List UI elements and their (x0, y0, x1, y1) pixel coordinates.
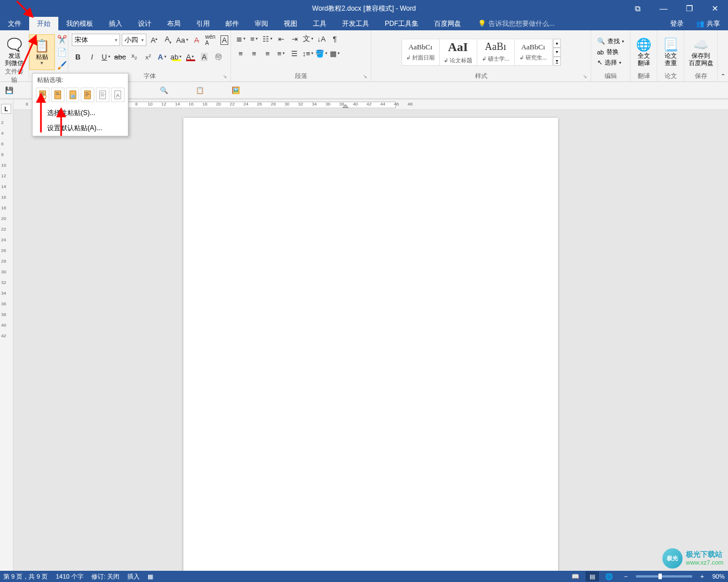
login-button[interactable]: 登录 (666, 19, 688, 29)
tab-view[interactable]: 视图 (276, 17, 305, 30)
tab-references[interactable]: 引用 (188, 17, 218, 30)
superscript-button[interactable]: X2 (142, 51, 154, 63)
show-marks-button[interactable]: ¶ (329, 33, 341, 45)
subscript-button[interactable]: X2 (128, 51, 140, 63)
paper-check-button[interactable]: 📃 论文查重 (658, 34, 684, 70)
close-button[interactable]: ✕ (702, 0, 728, 17)
vertical-ruler[interactable]: 24681012141618202224262830323436384042 (0, 100, 13, 571)
tab-pdf-tools[interactable]: PDF工具集 (377, 17, 426, 30)
align-left-button[interactable]: ≡ (234, 47, 247, 59)
tab-home[interactable]: 开始 (29, 17, 58, 30)
styles-scroll-down[interactable]: ▾ (553, 48, 561, 57)
bullets-button[interactable]: ≣▾ (234, 33, 247, 45)
underline-button[interactable]: U▾ (100, 51, 112, 63)
style-master[interactable]: AaBı ↲ 硕士学... (477, 39, 515, 66)
zoom-out[interactable]: − (619, 571, 633, 581)
tab-mailings[interactable]: 邮件 (218, 17, 247, 30)
document-canvas[interactable] (13, 110, 728, 571)
full-translate-button[interactable]: 🌐 全文翻译 (631, 34, 657, 70)
shading-button[interactable]: 🪣▾ (315, 47, 328, 59)
tab-layout[interactable]: 布局 (159, 17, 188, 30)
paste-button[interactable]: 📋 粘贴 ▼ (29, 34, 55, 70)
tab-file[interactable]: 文件 (0, 17, 29, 30)
word-count[interactable]: 1410 个字 (56, 572, 84, 581)
zoom-slider[interactable] (636, 575, 692, 578)
tab-design[interactable]: 设计 (130, 17, 159, 30)
tab-review[interactable]: 审阅 (247, 17, 276, 30)
insert-mode[interactable]: 插入 (127, 572, 140, 581)
enclose-char-button[interactable]: ㊞ (212, 51, 224, 63)
borders-button[interactable]: ▦▾ (329, 47, 341, 59)
copy-button[interactable]: 📄 (56, 47, 68, 58)
view-print-layout[interactable]: ▤ (586, 571, 599, 581)
save-to-baidu-button[interactable]: ☁️ 保存到百度网盘 (688, 34, 714, 70)
track-changes-status[interactable]: 修订: 关闭 (91, 572, 119, 581)
tab-developer[interactable]: 开发工具 (334, 17, 377, 30)
align-right-button[interactable]: ≡ (261, 47, 274, 59)
sort-button[interactable]: ↓A (315, 33, 328, 45)
paste-picture-option[interactable] (66, 88, 80, 102)
tell-me-box[interactable]: 💡 告诉我您想要做什么... (472, 17, 560, 30)
qat-item-3[interactable]: 🖼️ (229, 84, 242, 97)
line-spacing-button[interactable]: ↕≡▾ (302, 47, 314, 59)
view-read-mode[interactable]: 📖 (569, 571, 582, 581)
paste-keep-source-option[interactable] (36, 88, 49, 102)
styles-scroll-up[interactable]: ▴ (553, 39, 561, 48)
increase-indent-button[interactable]: ⇥ (288, 33, 301, 45)
find-button[interactable]: 🔍查找▾ (595, 36, 626, 46)
set-default-paste-menuitem[interactable]: 设置默认粘贴(A)... (33, 121, 128, 136)
decrease-indent-button[interactable]: ⇤ (275, 33, 287, 45)
tab-insert[interactable]: 插入 (101, 17, 130, 30)
increase-font-button[interactable]: A▴ (148, 34, 160, 46)
font-color-button[interactable]: A▾ (184, 51, 196, 63)
distributed-button[interactable]: ☰ (288, 47, 301, 59)
style-graduate[interactable]: AaBbCı ↲ 研究生... (514, 39, 552, 66)
numbering-button[interactable]: ≡▾ (248, 33, 260, 45)
format-painter-button[interactable]: 🖌️ (56, 59, 68, 71)
text-effects-button[interactable]: A▾ (156, 51, 168, 63)
paste-use-dest-option[interactable] (96, 88, 109, 102)
style-paper-title[interactable]: AaI ↲ 论文标题 (439, 39, 477, 66)
replace-button[interactable]: ab替换 (595, 47, 626, 57)
ribbon-display-options[interactable]: ⧉ (625, 0, 651, 17)
restore-button[interactable]: ❐ (676, 0, 702, 17)
zoom-percent[interactable]: 90% (712, 573, 725, 580)
align-center-button[interactable]: ≡ (248, 47, 260, 59)
macro-icon[interactable]: ▦ (148, 573, 153, 580)
font-family-combo[interactable]: 宋体▾ (72, 34, 120, 46)
tab-baidu-cloud[interactable]: 百度网盘 (426, 17, 469, 30)
zoom-in[interactable]: + (695, 571, 709, 581)
paste-keep-text-option[interactable] (81, 88, 94, 102)
qat-item-2[interactable]: 📋 (193, 84, 206, 97)
tab-tools[interactable]: 工具 (305, 17, 334, 30)
send-to-wechat-button[interactable]: 🗨️ 发送到微信 (2, 34, 27, 70)
paste-merge-option[interactable] (51, 88, 64, 102)
clear-formatting-button[interactable]: A̶ (190, 34, 202, 46)
view-web-layout[interactable]: 🌐 (602, 571, 616, 581)
change-case-button[interactable]: Aa▾ (176, 34, 188, 46)
style-cover-date[interactable]: AaBbCı ↲ 封面日期 (402, 39, 440, 66)
styles-launcher[interactable]: ↘ (583, 74, 589, 80)
paste-special-menuitem[interactable]: 选择性粘贴(S)... (33, 106, 128, 121)
char-shading-button[interactable]: A (198, 51, 210, 63)
collapse-ribbon-icon[interactable]: ⌃ (721, 73, 725, 79)
strikethrough-button[interactable]: abc (114, 51, 126, 63)
decrease-font-button[interactable]: A▾ (162, 34, 174, 46)
char-border-button[interactable]: A (218, 34, 231, 46)
asianlayout-button[interactable]: 文▾ (302, 33, 314, 45)
font-size-combo[interactable]: 小四▾ (122, 34, 146, 46)
page-indicator[interactable]: 第 9 页，共 9 页 (3, 572, 48, 581)
multilevel-button[interactable]: ☷▾ (261, 33, 274, 45)
tab-my-templates[interactable]: 我的模板 (58, 17, 101, 30)
styles-gallery[interactable]: AaBbCı ↲ 封面日期 AaI ↲ 论文标题 AaBı ↲ 硕士学... A… (402, 39, 561, 66)
cut-button[interactable]: ✂️ (56, 34, 68, 45)
styles-expand[interactable]: ▾̲ (553, 57, 561, 66)
phonetic-guide-button[interactable]: wénA (204, 34, 216, 46)
font-launcher[interactable]: ↘ (223, 74, 229, 80)
qat-item-1[interactable]: 🔍 (157, 84, 171, 97)
minimize-button[interactable]: — (651, 0, 676, 17)
select-button[interactable]: ↖选择▾ (595, 58, 626, 67)
share-button[interactable]: 👥 共享 (692, 19, 725, 29)
save-button[interactable]: 💾 (2, 84, 16, 97)
tabstop-selector[interactable]: L (1, 104, 11, 114)
